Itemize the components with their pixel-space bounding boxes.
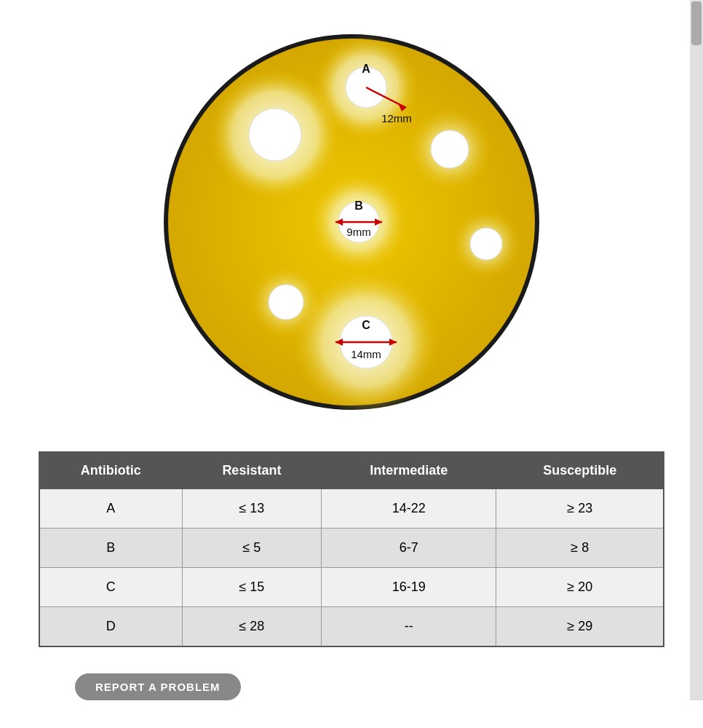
label-a: A [362, 63, 370, 75]
table-row: A≤ 1314-22≥ 23 [39, 489, 664, 529]
measurement-c: 14mm [351, 348, 381, 360]
label-c: C [362, 319, 370, 331]
cell-antibiotic: D [39, 607, 182, 647]
disc-top-left [249, 108, 301, 161]
petri-dish-diagram: A 12mm B 9mm C 14mm [119, 22, 584, 430]
page-container: A 12mm B 9mm C 14mm Antibiotic [0, 0, 703, 700]
table-row: D≤ 28--≥ 29 [39, 607, 664, 647]
cell-intermediate: 16-19 [322, 568, 496, 607]
cell-antibiotic: C [39, 568, 182, 607]
cell-susceptible: ≥ 23 [496, 489, 664, 529]
measurement-b: 9mm [346, 226, 370, 238]
col-header-susceptible: Susceptible [496, 452, 664, 489]
cell-resistant: ≤ 15 [182, 568, 322, 607]
cell-antibiotic: A [39, 489, 182, 529]
disc-right [470, 228, 502, 260]
disc-bottom-left [269, 285, 303, 320]
cell-susceptible: ≥ 8 [496, 529, 664, 568]
cell-susceptible: ≥ 20 [496, 568, 664, 607]
disc-top-right [431, 130, 469, 168]
table-row: C≤ 1516-19≥ 20 [39, 568, 664, 607]
col-header-intermediate: Intermediate [322, 452, 496, 489]
col-header-resistant: Resistant [182, 452, 322, 489]
cell-resistant: ≤ 28 [182, 607, 322, 647]
scrollbar[interactable] [690, 0, 703, 700]
diagram-area: A 12mm B 9mm C 14mm [39, 15, 664, 451]
report-problem-button[interactable]: REPORT A PROBLEM [75, 673, 241, 700]
cell-resistant: ≤ 13 [182, 489, 322, 529]
antibiotic-table: Antibiotic Resistant Intermediate Suscep… [39, 451, 664, 647]
label-b: B [354, 199, 363, 212]
table-row: B≤ 56-7≥ 8 [39, 529, 664, 568]
report-section: REPORT A PROBLEM [39, 660, 664, 700]
cell-antibiotic: B [39, 529, 182, 568]
col-header-antibiotic: Antibiotic [39, 452, 182, 489]
scrollbar-thumb[interactable] [691, 1, 702, 45]
cell-intermediate: -- [322, 607, 496, 647]
cell-intermediate: 14-22 [322, 489, 496, 529]
measurement-a: 12mm [381, 112, 412, 124]
cell-intermediate: 6-7 [322, 529, 496, 568]
cell-susceptible: ≥ 29 [496, 607, 664, 647]
cell-resistant: ≤ 5 [182, 529, 322, 568]
table-area: Antibiotic Resistant Intermediate Suscep… [39, 451, 664, 647]
